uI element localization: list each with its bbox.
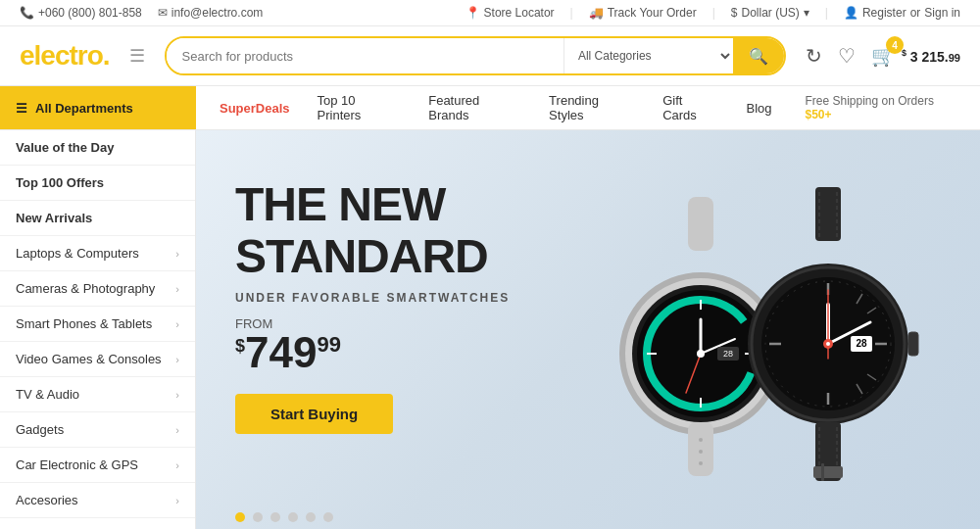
sidebar-item-cameras[interactable]: Cameras & Photography › [0,271,195,307]
hero-dot-2[interactable] [253,512,263,522]
category-select[interactable]: All Categories Laptops & Computers Camer… [564,38,733,73]
logo-text: electro [20,40,103,71]
hero-price-main: 749 [245,328,317,376]
cart-icon-wrap: 🛒 4 [871,44,896,68]
sidebar-item-laptops[interactable]: Laptops & Computers › [0,236,195,271]
chevron-right-icon: › [175,495,179,506]
hero-dot-4[interactable] [288,512,298,522]
sidebar-item-top100[interactable]: Top 100 Offers [0,166,195,201]
signin-link[interactable]: Sign in [924,6,960,20]
sidebar-item-value-of-day[interactable]: Value of the Day [0,130,195,166]
search-bar: All Categories Laptops & Computers Camer… [165,36,786,75]
email-item[interactable]: ✉ info@electro.com [158,6,264,20]
email-address: info@electro.com [172,6,264,20]
track-order-label: Track Your Order [608,6,697,20]
nav-top-printers[interactable]: Top 10 Printers [304,86,416,129]
hero-subtitle: UNDER FAVORABLE SMARTWATCHES [235,291,941,305]
sidebar-item-car[interactable]: Car Electronic & GPS › [0,448,195,483]
dollar-icon: $ [731,6,738,20]
sidebar-item-label: Gadgets [16,422,64,437]
nav-trending-styles[interactable]: Trending Styles [535,86,649,129]
delivery-icon: 🚚 [589,6,604,20]
header: electro. ☰ All Categories Laptops & Comp… [0,26,980,86]
hero-dollar-sign: $ [235,336,245,356]
nav-blog[interactable]: Blog [732,86,785,129]
phone-item[interactable]: 📞 +060 (800) 801-858 [20,6,142,20]
sidebar-item-label: Car Electronic & GPS [16,457,138,472]
chevron-right-icon: › [175,459,179,471]
track-order-item[interactable]: 🚚 Track Your Order [589,6,697,20]
sidebar-item-new-arrivals[interactable]: New Arrivals [0,201,195,236]
location-icon: 📍 [466,6,480,20]
all-departments-label: All Departments [35,101,133,116]
hero-banner: THE NEW STANDARD UNDER FAVORABLE SMARTWA… [196,130,980,529]
logo-dot: . [103,40,110,71]
nav-links: SuperDeals Top 10 Printers Featured Bran… [196,86,980,129]
navbar: ☰ All Departments SuperDeals Top 10 Prin… [0,86,980,130]
hero-title: THE NEW STANDARD [235,179,941,283]
hero-cta-button[interactable]: Start Buying [235,394,393,434]
store-locator-item[interactable]: 📍 Store Locator [466,6,555,20]
chevron-right-icon: › [175,389,179,401]
cart-badge: 4 [886,36,904,54]
sidebar-item-label: New Arrivals [16,211,92,225]
currency-item[interactable]: $ Dollar (US) ▾ [731,6,809,20]
register-link[interactable]: Register [862,6,906,20]
sidebar: Value of the Day Top 100 Offers New Arri… [0,130,196,529]
chevron-right-icon: › [175,283,179,295]
cart-price-cents: 99 [949,51,960,63]
chevron-right-icon: › [175,248,179,260]
sidebar-item-label: TV & Audio [16,387,79,402]
sidebar-item-label: Cameras & Photography [16,281,155,296]
sidebar-item-games[interactable]: Video Games & Consoles › [0,342,195,377]
all-departments-button[interactable]: ☰ All Departments [0,86,196,129]
cart-wrapper[interactable]: 🛒 4 $ 3 215.99 [871,44,960,68]
email-icon: ✉ [158,6,168,20]
sidebar-item-gadgets[interactable]: Gadgets › [0,412,195,448]
search-input[interactable] [167,38,564,73]
phone-icon: 📞 [20,6,34,20]
header-actions: ↻ ♡ 🛒 4 $ 3 215.99 [806,44,960,68]
store-locator-label: Store Locator [484,6,555,20]
hero-price: $74999 [235,331,941,374]
sidebar-item-label: Laptops & Computers [16,246,139,261]
hero-content: THE NEW STANDARD UNDER FAVORABLE SMARTWA… [196,130,980,483]
sep1: | [570,6,573,20]
hero-dot-1[interactable] [235,512,245,522]
sidebar-item-label: Smart Phones & Tablets [16,316,152,331]
sep2: | [712,6,715,20]
search-button[interactable]: 🔍 [733,38,784,73]
cart-price-main: 3 215. [910,48,949,64]
wishlist-icon[interactable]: ♡ [838,44,856,68]
hero-price-cents: 99 [317,332,340,357]
hero-title-line2: STANDARD [235,231,941,283]
topbar: 📞 +060 (800) 801-858 ✉ info@electro.com … [0,0,980,26]
sidebar-item-label: Top 100 Offers [16,175,104,190]
nav-super-deals[interactable]: SuperDeals [206,86,304,129]
user-icon: 👤 [844,6,858,20]
menu-icon[interactable]: ☰ [129,45,145,67]
register-signin-item[interactable]: 👤 Register or Sign in [844,6,960,20]
nav-gift-cards[interactable]: Gift Cards [649,86,732,129]
chevron-right-icon: › [175,354,179,365]
sidebar-item-accessories[interactable]: Accesories › [0,483,195,518]
logo[interactable]: electro. [20,40,110,72]
refresh-icon[interactable]: ↻ [806,44,822,68]
cart-price: $ 3 215.99 [902,48,960,65]
nav-featured-brands[interactable]: Featured Brands [415,86,535,129]
chevron-down-icon: ▾ [804,6,809,20]
sidebar-item-smartphones[interactable]: Smart Phones & Tablets › [0,307,195,342]
hero-dots [235,512,333,522]
or-text: or [910,6,921,20]
hero-dot-3[interactable] [270,512,280,522]
departments-menu-icon: ☰ [16,101,27,116]
hero-dot-5[interactable] [306,512,316,522]
main-layout: Value of the Day Top 100 Offers New Arri… [0,130,980,529]
topbar-left: 📞 +060 (800) 801-858 ✉ info@electro.com [20,6,263,20]
nav-shipping: Free Shipping on Orders $50+ [786,94,981,121]
hero-from: FROM [235,316,941,331]
hero-dot-6[interactable] [323,512,333,522]
sidebar-item-label: Video Games & Consoles [16,352,162,366]
chevron-right-icon: › [175,424,179,436]
sidebar-item-tv[interactable]: TV & Audio › [0,377,195,412]
